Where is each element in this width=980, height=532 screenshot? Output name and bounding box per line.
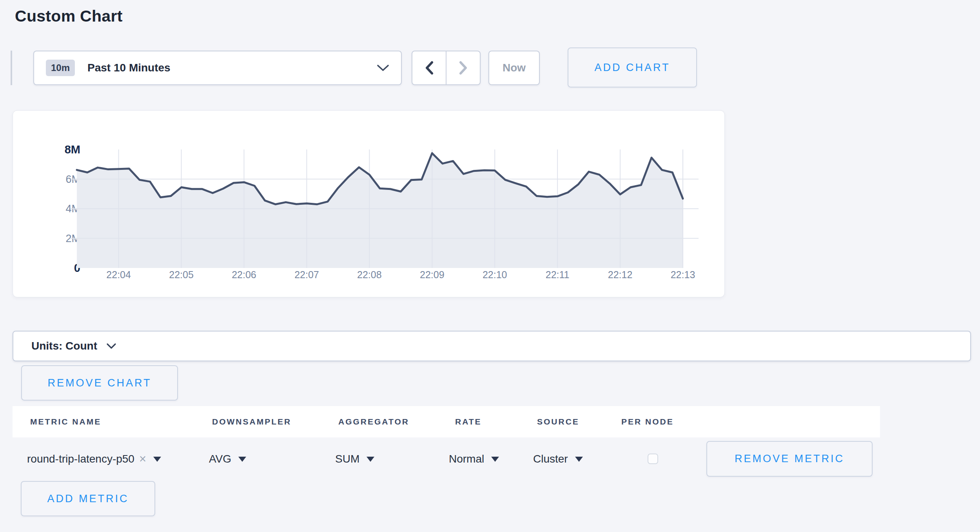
source-select[interactable]: Cluster bbox=[533, 448, 583, 470]
column-header-metric-name: METRIC NAME bbox=[30, 406, 101, 437]
chevron-down-icon bbox=[377, 64, 389, 72]
aggregator-value: SUM bbox=[335, 453, 359, 465]
time-forward-button[interactable] bbox=[446, 51, 480, 84]
per-node-checkbox[interactable] bbox=[648, 454, 658, 464]
remove-chart-button[interactable]: REMOVE CHART bbox=[21, 365, 178, 401]
x-tick-label: 22:13 bbox=[652, 269, 714, 281]
time-range-badge: 10m bbox=[46, 60, 75, 76]
toolbar-accent-divider bbox=[11, 51, 12, 85]
time-range-label: Past 10 Minutes bbox=[87, 62, 171, 74]
page-title: Custom Chart bbox=[15, 7, 123, 26]
x-tick-label: 22:08 bbox=[338, 269, 401, 281]
y-tick-label: 8M bbox=[33, 143, 80, 156]
x-tick-label: 22:11 bbox=[526, 269, 589, 281]
timeseries-chart bbox=[77, 149, 683, 268]
time-step-buttons bbox=[412, 51, 481, 85]
chevron-right-icon bbox=[458, 60, 468, 75]
x-tick-label: 22:06 bbox=[212, 269, 275, 281]
aggregator-select[interactable]: SUM bbox=[335, 448, 374, 470]
rate-value: Normal bbox=[449, 453, 484, 465]
column-header-per-node: PER NODE bbox=[621, 406, 674, 437]
time-back-button[interactable] bbox=[412, 51, 446, 84]
metric-name-select[interactable]: round-trip-latency-p50 × bbox=[27, 448, 161, 470]
units-select-label: Units: Count bbox=[31, 340, 97, 352]
caret-down-icon bbox=[153, 457, 161, 462]
x-tick-label: 22:05 bbox=[150, 269, 213, 281]
metric-name-value: round-trip-latency-p50 bbox=[27, 453, 134, 465]
caret-down-icon bbox=[238, 457, 246, 462]
x-tick-label: 22:04 bbox=[87, 269, 150, 281]
column-header-source: SOURCE bbox=[537, 406, 579, 437]
custom-chart-page: Custom Chart 10m Past 10 Minutes Now ADD… bbox=[0, 0, 980, 532]
time-range-select[interactable]: 10m Past 10 Minutes bbox=[33, 51, 402, 85]
chevron-down-icon bbox=[107, 343, 116, 349]
column-header-aggregator: AGGREGATOR bbox=[338, 406, 409, 437]
caret-down-icon bbox=[367, 457, 374, 462]
rate-select[interactable]: Normal bbox=[449, 448, 499, 470]
column-header-rate: RATE bbox=[455, 406, 482, 437]
column-header-downsampler: DOWNSAMPLER bbox=[212, 406, 291, 437]
x-tick-label: 22:12 bbox=[589, 269, 652, 281]
chart-card: 8M6M4M2M0 22:0422:0522:0622:0722:0822:09… bbox=[13, 110, 725, 297]
caret-down-icon bbox=[491, 457, 499, 462]
metrics-table-header: METRIC NAME DOWNSAMPLER AGGREGATOR RATE … bbox=[13, 406, 880, 437]
source-value: Cluster bbox=[533, 453, 568, 465]
x-tick-label: 22:10 bbox=[463, 269, 526, 281]
chevron-left-icon bbox=[424, 60, 434, 75]
downsampler-value: AVG bbox=[209, 453, 231, 465]
now-button[interactable]: Now bbox=[488, 51, 540, 85]
add-metric-button[interactable]: ADD METRIC bbox=[21, 481, 155, 516]
clear-metric-icon[interactable]: × bbox=[139, 452, 146, 466]
add-chart-button[interactable]: ADD CHART bbox=[568, 47, 697, 87]
x-tick-label: 22:07 bbox=[275, 269, 338, 281]
downsampler-select[interactable]: AVG bbox=[209, 448, 246, 470]
units-select[interactable]: Units: Count bbox=[13, 331, 971, 361]
y-tick-label: 0 bbox=[33, 261, 80, 275]
caret-down-icon bbox=[575, 457, 583, 462]
remove-metric-button[interactable]: REMOVE METRIC bbox=[706, 441, 873, 477]
x-tick-label: 22:09 bbox=[401, 269, 463, 281]
